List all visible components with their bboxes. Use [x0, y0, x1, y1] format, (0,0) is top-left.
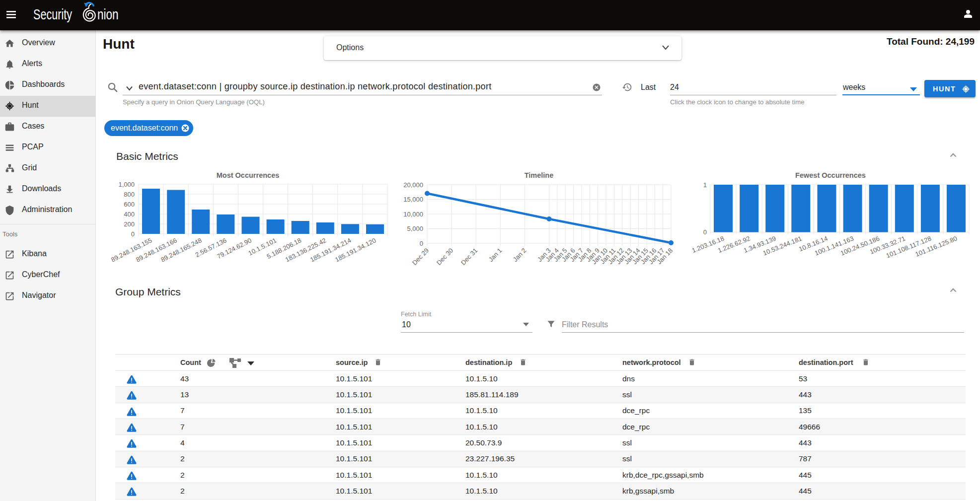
- svg-text:5,000: 5,000: [407, 225, 423, 232]
- svg-text:Fewest Occurrences: Fewest Occurrences: [795, 171, 866, 179]
- svg-text:Dec 30: Dec 30: [435, 247, 454, 267]
- svg-text:0: 0: [131, 230, 135, 238]
- svg-text:Jan 2: Jan 2: [512, 247, 528, 263]
- svg-text:1,000: 1,000: [118, 181, 135, 188]
- svg-text:Most Occurrences: Most Occurrences: [217, 171, 280, 179]
- svg-text:20,000: 20,000: [403, 181, 423, 189]
- svg-text:10,000: 10,000: [403, 211, 423, 218]
- svg-text:Timeline: Timeline: [525, 171, 554, 179]
- svg-text:Jan 1: Jan 1: [487, 247, 504, 263]
- svg-text:0: 0: [703, 228, 707, 236]
- svg-text:800: 800: [124, 191, 135, 198]
- svg-text:600: 600: [124, 201, 135, 208]
- svg-text:400: 400: [124, 211, 135, 218]
- svg-text:Dec 29: Dec 29: [411, 247, 430, 267]
- svg-text:200: 200: [124, 220, 135, 228]
- svg-text:1: 1: [703, 181, 707, 189]
- svg-text:89.248.163.155: 89.248.163.155: [110, 236, 153, 263]
- svg-text:15,000: 15,000: [403, 196, 423, 203]
- svg-text:0: 0: [420, 240, 423, 247]
- svg-text:Dec 31: Dec 31: [459, 247, 479, 267]
